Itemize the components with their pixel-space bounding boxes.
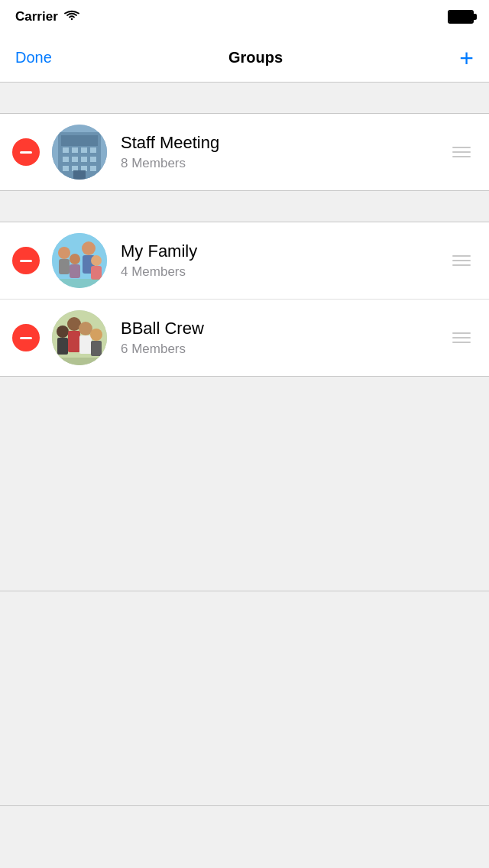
svg-rect-24 [91, 266, 102, 280]
svg-point-19 [70, 254, 80, 264]
battery-fill [449, 11, 472, 22]
add-group-button[interactable]: + [459, 46, 474, 70]
svg-rect-4 [72, 147, 78, 153]
family-bball-section: My Family 4 Members [0, 222, 489, 377]
bottom-empty-area [0, 591, 489, 805]
svg-rect-13 [81, 166, 87, 171]
svg-rect-10 [90, 157, 96, 162]
done-button[interactable]: Done [15, 49, 52, 66]
bball-crew-info: BBall Crew 6 Members [121, 319, 446, 357]
delete-staff-meeting-button[interactable] [12, 138, 40, 166]
bball-crew-members: 6 Members [121, 342, 446, 357]
svg-rect-6 [90, 147, 96, 153]
staff-meeting-info: Staff Meeting 8 Members [121, 133, 446, 171]
my-family-name: My Family [121, 241, 446, 261]
svg-point-17 [58, 247, 70, 259]
list-item: Staff Meeting 8 Members [0, 114, 489, 190]
my-family-info: My Family 4 Members [121, 241, 446, 280]
wifi-icon [64, 10, 79, 24]
svg-rect-18 [59, 259, 70, 274]
top-spacer [0, 83, 489, 113]
carrier-label: Carrier [15, 9, 58, 24]
svg-rect-25 [52, 279, 107, 288]
bottom-content-area [0, 377, 489, 591]
svg-rect-11 [63, 166, 69, 171]
my-family-avatar [52, 233, 107, 288]
svg-point-23 [91, 255, 102, 266]
staff-meeting-section: Staff Meeting 8 Members [0, 113, 489, 191]
svg-rect-12 [72, 166, 78, 171]
carrier-info: Carrier [15, 9, 79, 24]
svg-rect-32 [79, 335, 92, 354]
list-item: BBall Crew 6 Members [0, 300, 489, 376]
svg-rect-3 [63, 147, 69, 153]
status-bar: Carrier [0, 0, 489, 34]
svg-rect-9 [81, 157, 87, 162]
list-item: My Family 4 Members [0, 222, 489, 300]
svg-rect-7 [63, 157, 69, 162]
staff-meeting-avatar [52, 125, 107, 180]
battery-icon [448, 10, 474, 24]
bottom-sep-2 [0, 805, 489, 806]
svg-rect-34 [91, 341, 102, 356]
bball-crew-avatar [52, 310, 107, 365]
page-title: Groups [228, 49, 283, 66]
staff-meeting-reorder-handle[interactable] [446, 141, 477, 164]
svg-point-21 [82, 241, 96, 255]
my-family-members: 4 Members [121, 264, 446, 280]
staff-meeting-name: Staff Meeting [121, 133, 446, 153]
svg-rect-14 [90, 166, 96, 171]
svg-rect-28 [57, 338, 68, 355]
svg-rect-30 [68, 331, 80, 352]
bball-crew-reorder-handle[interactable] [446, 326, 477, 349]
svg-rect-5 [81, 147, 87, 153]
svg-rect-8 [72, 157, 78, 162]
nav-bar: Done Groups + [0, 34, 489, 83]
my-family-reorder-handle[interactable] [446, 249, 477, 272]
delete-bball-crew-button[interactable] [12, 324, 40, 351]
svg-rect-35 [52, 358, 107, 365]
staff-meeting-members: 8 Members [121, 156, 446, 171]
bball-crew-name: BBall Crew [121, 319, 446, 338]
svg-rect-20 [70, 264, 80, 278]
svg-point-33 [90, 329, 102, 341]
svg-rect-15 [73, 170, 86, 180]
svg-rect-2 [61, 135, 98, 146]
mid-spacer [0, 191, 489, 222]
delete-my-family-button[interactable] [12, 247, 40, 274]
svg-point-27 [57, 326, 69, 338]
